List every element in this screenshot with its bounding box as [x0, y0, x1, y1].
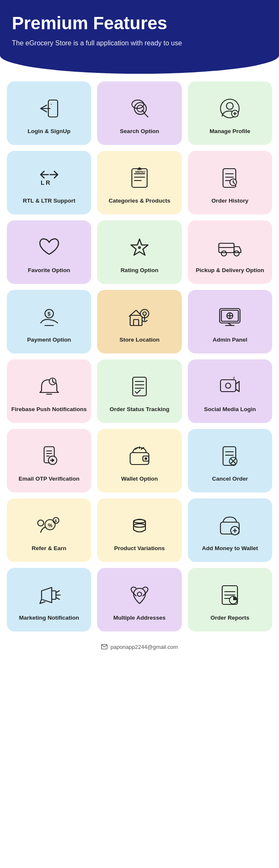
favorite-option-label: Favorite Option [28, 267, 70, 274]
social-media-login-icon: f [215, 372, 245, 401]
card-marketing-notification: Marketing Notification [7, 568, 91, 632]
firebase-push-label: Firebase Push Notifications [11, 406, 87, 413]
svg-point-73 [38, 520, 44, 526]
categories-products-icon: MENU [125, 163, 154, 193]
manage-profile-label: Manage Profile [209, 128, 250, 135]
card-pickup-delivery: Pickup & Delivery Option [188, 220, 272, 284]
multiple-addresses-icon [125, 580, 154, 610]
svg-marker-56 [236, 381, 239, 392]
add-money-wallet-icon [215, 511, 245, 540]
product-variations-label: Product Variations [114, 545, 165, 552]
order-history-label: Order History [212, 197, 248, 205]
svg-text:$: $ [55, 519, 57, 523]
refer-earn-label: Refer & Earn [32, 545, 67, 552]
card-multiple-addresses: Multiple Addresses [97, 568, 181, 632]
payment-option-icon: $ [34, 302, 64, 332]
features-grid-section: Login & SignUp Search Option Manage Prof… [0, 74, 279, 636]
email-icon [101, 643, 108, 650]
pickup-delivery-icon [215, 233, 245, 262]
cancel-order-label: Cancel Order [212, 475, 248, 483]
svg-point-29 [139, 247, 140, 248]
footer: paponapp2244@gmail.com [0, 636, 279, 660]
multiple-addresses-label: Multiple Addresses [113, 614, 165, 622]
svg-point-78 [134, 520, 145, 523]
card-product-variations: Product Variations [97, 498, 181, 562]
svg-point-79 [134, 524, 145, 527]
svg-rect-38 [134, 320, 139, 326]
card-login-signup: Login & SignUp [7, 81, 91, 145]
header-title: Premium Features [12, 14, 267, 33]
card-refer-earn: % $ Refer & Earn [7, 498, 91, 562]
rtl-ltr-label: RTL & LTR Support [23, 197, 75, 205]
rating-option-icon [125, 233, 154, 262]
order-history-icon [215, 163, 245, 193]
svg-point-57 [226, 383, 231, 388]
card-rating-option: Rating Option [97, 220, 181, 284]
rtl-ltr-icon: L R [34, 163, 64, 193]
features-grid: Login & SignUp Search Option Manage Prof… [7, 81, 272, 632]
svg-rect-87 [52, 591, 56, 599]
admin-panel-icon [215, 302, 245, 332]
svg-line-88 [56, 591, 59, 593]
svg-point-32 [234, 251, 239, 256]
card-add-money-wallet: Add Money to Wallet [188, 498, 272, 562]
order-status-icon [125, 372, 154, 401]
marketing-notification-icon [34, 580, 64, 610]
marketing-notification-label: Marketing Notification [19, 614, 79, 622]
email-otp-icon [34, 441, 64, 471]
search-option-icon [125, 94, 154, 123]
payment-option-label: Payment Option [27, 336, 71, 344]
order-reports-label: Order Reports [211, 614, 250, 622]
card-search-option: Search Option [97, 81, 181, 145]
svg-point-66 [145, 458, 147, 459]
product-variations-icon [125, 511, 154, 540]
wallet-option-icon [125, 441, 154, 471]
card-wallet-option: Wallet Option [97, 429, 181, 492]
svg-point-22 [139, 168, 140, 170]
card-email-otp: Email OTP Verification [7, 429, 91, 492]
svg-text:$: $ [47, 311, 51, 317]
card-categories-products: MENU Categories & Products [97, 151, 181, 214]
store-location-icon [125, 302, 154, 332]
svg-text:%: % [48, 523, 53, 529]
refer-earn-icon: % $ [34, 511, 64, 540]
svg-point-9 [226, 103, 233, 109]
svg-rect-51 [133, 377, 146, 396]
svg-rect-55 [220, 380, 236, 392]
categories-products-label: Categories & Products [109, 197, 170, 205]
email-otp-label: Email OTP Verification [19, 475, 80, 483]
store-location-label: Store Location [120, 336, 160, 344]
header: Premium Features The eGrocery Store is a… [0, 0, 279, 74]
card-order-status: Order Status Tracking [97, 359, 181, 423]
svg-line-90 [56, 598, 59, 599]
wallet-option-label: Wallet Option [121, 475, 158, 483]
card-rtl-ltr: L R RTL & LTR Support [7, 151, 91, 214]
card-order-history: Order History [188, 151, 272, 214]
card-admin-panel: Admin Panel [188, 290, 272, 353]
pickup-delivery-label: Pickup & Delivery Option [196, 267, 264, 274]
cancel-order-icon [215, 441, 245, 471]
search-option-label: Search Option [120, 128, 159, 135]
svg-text:L: L [41, 179, 45, 186]
card-manage-profile: Manage Profile [188, 81, 272, 145]
card-store-location: Store Location [97, 290, 181, 353]
add-money-wallet-label: Add Money to Wallet [202, 545, 258, 552]
favorite-option-icon [34, 233, 64, 262]
svg-marker-86 [42, 587, 52, 603]
firebase-push-icon [34, 372, 64, 401]
footer-email: paponapp2244@gmail.com [110, 644, 178, 650]
admin-panel-label: Admin Panel [212, 336, 247, 344]
svg-text:R: R [46, 179, 50, 186]
svg-point-3 [132, 100, 144, 108]
login-signup-icon [34, 94, 64, 123]
order-reports-icon [215, 580, 245, 610]
card-order-reports: Order Reports [188, 568, 272, 632]
order-status-label: Order Status Tracking [109, 406, 169, 413]
login-signup-label: Login & SignUp [28, 128, 70, 135]
card-favorite-option: Favorite Option [7, 220, 91, 284]
svg-point-31 [221, 251, 226, 256]
card-social-media-login: f Social Media Login [188, 359, 272, 423]
social-media-login-label: Social Media Login [204, 406, 256, 413]
svg-line-5 [145, 114, 148, 117]
svg-text:MENU: MENU [135, 170, 145, 174]
